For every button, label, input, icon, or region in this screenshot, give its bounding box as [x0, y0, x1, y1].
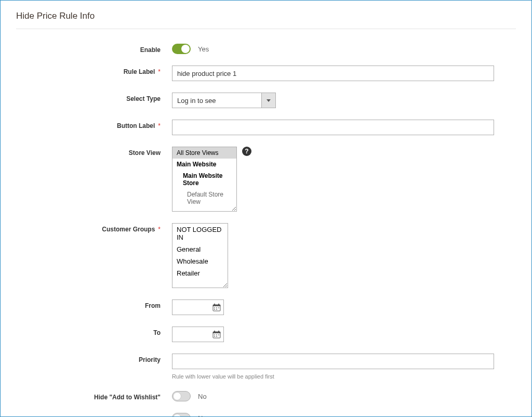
row-priority: Priority [16, 354, 516, 369]
hide-wishlist-toggle-text: No [198, 393, 207, 400]
svg-rect-13 [214, 334, 215, 335]
list-item[interactable]: NOT LOGGED IN [172, 224, 228, 243]
svg-rect-3 [218, 304, 219, 305]
priority-input[interactable] [172, 354, 494, 369]
enable-toggle-text: Yes [198, 45, 209, 53]
row-store-view: Store View All Store Views Main Website … [16, 147, 516, 212]
select-type-value: Log in to see [172, 93, 261, 108]
control-select-type: Log in to see [172, 93, 516, 108]
control-priority [172, 354, 516, 369]
customer-groups-listbox[interactable]: NOT LOGGED IN General Wholesale Retailer [172, 223, 228, 288]
control-store-view: All Store Views Main Website Main Websit… [172, 147, 516, 212]
control-to [172, 327, 516, 342]
svg-rect-12 [218, 331, 219, 332]
help-icon[interactable]: ? [242, 147, 251, 156]
label-store-view: Store View [16, 147, 172, 157]
button-label-input[interactable] [172, 120, 494, 135]
control-from [172, 299, 516, 315]
svg-rect-17 [216, 336, 217, 337]
label-select-type: Select Type [16, 93, 172, 102]
to-date-wrap [172, 327, 224, 342]
to-date-input[interactable] [172, 331, 212, 338]
list-item[interactable]: General [172, 243, 228, 255]
label-priority: Priority [16, 354, 172, 363]
row-from: From [16, 299, 516, 315]
from-date-wrap [172, 299, 224, 315]
label-hide-wishlist: Hide "Add to Wishlist" [16, 391, 172, 401]
enable-toggle[interactable] [172, 44, 191, 54]
svg-rect-5 [216, 307, 217, 308]
calendar-icon[interactable] [212, 331, 221, 338]
calendar-icon[interactable] [212, 304, 221, 311]
store-view-all[interactable]: All Store Views [172, 147, 236, 159]
label-from: From [16, 299, 172, 309]
svg-rect-14 [216, 334, 217, 335]
hide-compare-toggle-text: No [198, 414, 207, 418]
svg-rect-7 [214, 309, 215, 310]
svg-rect-2 [214, 304, 215, 305]
label-enable: Enable [16, 44, 172, 54]
label-customer-groups: Customer Groups [16, 223, 172, 233]
chevron-down-icon[interactable] [261, 93, 276, 108]
select-type-dropdown[interactable]: Log in to see [172, 93, 276, 108]
row-to: To [16, 327, 516, 342]
rule-label-input[interactable] [172, 66, 494, 81]
row-button-label: Button Label [16, 120, 516, 135]
control-enable: Yes [172, 44, 516, 54]
hide-wishlist-toggle[interactable] [172, 391, 191, 401]
priority-hint: Rule with lower value will be applied fi… [172, 373, 516, 380]
label-rule-label: Rule Label [16, 66, 172, 75]
row-rule-label: Rule Label [16, 66, 516, 81]
form-container: Hide Price Rule Info Enable Yes Rule Lab… [1, 1, 531, 417]
label-to: To [16, 327, 172, 336]
store-view-default[interactable]: Default Store View [172, 189, 236, 207]
svg-rect-16 [214, 336, 215, 337]
svg-rect-15 [218, 334, 219, 335]
control-button-label [172, 120, 516, 135]
svg-rect-11 [214, 331, 215, 332]
row-customer-groups: Customer Groups NOT LOGGED IN General Wh… [16, 223, 516, 288]
row-hide-wishlist: Hide "Add to Wishlist" No [16, 391, 516, 401]
list-item[interactable]: Wholesale [172, 255, 228, 267]
control-rule-label [172, 66, 516, 81]
from-date-input[interactable] [172, 304, 212, 311]
control-customer-groups: NOT LOGGED IN General Wholesale Retailer [172, 223, 516, 288]
row-select-type: Select Type Log in to see [16, 93, 516, 108]
row-hide-compare: Hide "Add to Compare" No [16, 413, 516, 417]
svg-rect-4 [214, 307, 215, 308]
store-view-listbox[interactable]: All Store Views Main Website Main Websit… [172, 147, 237, 212]
store-view-website: Main Website [172, 159, 236, 170]
svg-rect-6 [218, 307, 219, 308]
row-enable: Enable Yes [16, 44, 516, 54]
label-button-label: Button Label [16, 120, 172, 129]
svg-rect-8 [216, 309, 217, 310]
control-hide-compare: No [172, 413, 516, 417]
section-title: Hide Price Rule Info [16, 11, 516, 29]
list-item[interactable]: Retailer [172, 267, 228, 279]
hide-compare-toggle[interactable] [172, 413, 191, 417]
control-hide-wishlist: No [172, 391, 516, 401]
store-view-store: Main Website Store [172, 170, 236, 189]
label-hide-compare: Hide "Add to Compare" [16, 413, 172, 417]
